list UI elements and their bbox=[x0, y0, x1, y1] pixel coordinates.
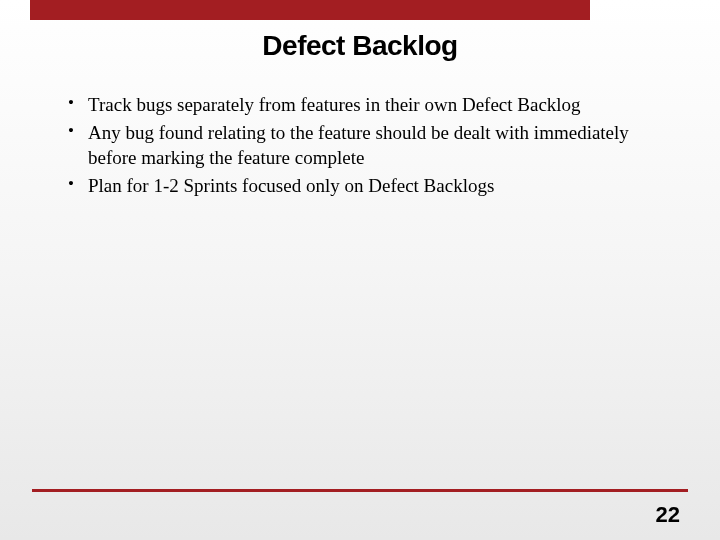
bullet-item: Any bug found relating to the feature sh… bbox=[60, 120, 660, 171]
page-number: 22 bbox=[656, 502, 680, 528]
bullet-list: Track bugs separately from features in t… bbox=[60, 92, 660, 201]
top-accent-bar bbox=[30, 0, 590, 20]
bottom-accent-rule bbox=[32, 489, 688, 492]
bullet-item: Plan for 1-2 Sprints focused only on Def… bbox=[60, 173, 660, 199]
slide-title: Defect Backlog bbox=[0, 30, 720, 62]
bullet-item: Track bugs separately from features in t… bbox=[60, 92, 660, 118]
